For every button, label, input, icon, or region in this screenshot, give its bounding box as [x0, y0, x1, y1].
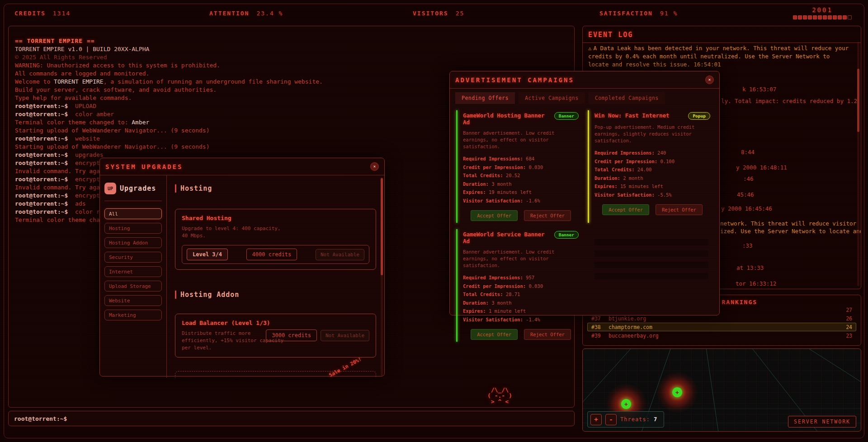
year-progress-pips	[793, 15, 852, 19]
category-button-all[interactable]: All	[104, 208, 162, 219]
terminal-text: Build your server, crack software, and a…	[15, 86, 217, 93]
ad-type-badge: Popup	[688, 112, 710, 120]
reject-offer-button[interactable]: Reject Offer	[524, 210, 571, 221]
ad-stats: Required Impressions: 684Credit per Impr…	[463, 155, 579, 205]
upgrades-sidebar-header: UP Upgrades	[104, 180, 162, 201]
scrollbar-thumb[interactable]	[381, 178, 383, 275]
event-log-scrollbar[interactable]	[857, 42, 859, 286]
zoom-out-button[interactable]: -	[605, 414, 617, 425]
tab-active-campaigns[interactable]: Active Campaigns	[519, 92, 585, 104]
terminal-command: ads	[68, 200, 85, 207]
terminal-command: website	[68, 135, 99, 142]
category-button-hosting[interactable]: Hosting	[104, 223, 162, 234]
accept-offer-button[interactable]: Accept Offer	[471, 329, 518, 340]
terminal-prompt: root@torrent:~$	[15, 103, 68, 109]
ad-stat-line: Duration: 3 month	[463, 180, 579, 188]
ad-stat-line: Required Impressions: 240	[594, 149, 710, 157]
event-entry: network. This threat will reduce visitor	[720, 220, 856, 227]
terminal-command: upgrades	[68, 151, 103, 158]
upgrades-content: HostingShared HostingUpgrade to level 4:…	[167, 175, 384, 378]
zoom-in-button[interactable]: +	[590, 414, 602, 425]
accept-offer-button[interactable]: Accept Offer	[471, 210, 518, 221]
terminal-text: All commands are logged and monitored.	[15, 70, 149, 77]
terminal-prompt: root@torrent:~$	[15, 176, 68, 183]
upgrade-purchase-row: Level 3/44000 creditsNot Available	[182, 245, 369, 264]
satisfaction-metric: SATISFACTION91 %	[599, 10, 678, 17]
terminal-text: TORRENT EMPIRE	[54, 78, 104, 85]
terminal-text: © 2025 All Rights Reserved	[15, 54, 107, 61]
accept-offer-button[interactable]: Accept Offer	[602, 204, 649, 215]
close-icon[interactable]: ✕	[370, 162, 379, 171]
section-heading-label: Hosting	[180, 184, 212, 193]
ad-stat-line: Visitor Satisfaction: -5.5%	[594, 191, 710, 199]
visitors-label: VISITORS	[413, 10, 448, 17]
ad-stat-line: Required Impressions: 957	[463, 273, 579, 282]
ghost-row	[594, 250, 708, 257]
progress-pip	[838, 15, 842, 19]
ads-card-grid: GameWorld Hosting Banner AdBannerBanner …	[450, 104, 719, 342]
reject-offer-button[interactable]: Reject Offer	[656, 204, 703, 215]
terminal-prompt: root@torrent:~$	[15, 208, 68, 215]
attention-value: 23.4 %	[256, 10, 283, 17]
game-root: CREDITS1314 ATTENTION23.4 % VISITORS25 S…	[0, 0, 868, 442]
upgrade-cost: 4000 credits	[246, 249, 297, 260]
terminal-text: Type help for available commands.	[15, 94, 132, 101]
category-button-hosting-addon[interactable]: Hosting Addon	[104, 237, 162, 248]
ad-stat-line: Duration: 2 month	[594, 174, 710, 183]
ad-card-header: GameWorld Service Banner AdBanner	[463, 231, 579, 245]
terminal-text: TORRENT EMPIRE v1.0 | BUILD 20XX-ALPHA	[15, 46, 149, 52]
ad-stat-value: 3 month	[491, 181, 511, 187]
ad-stats: Required Impressions: 957Credit per Impr…	[463, 273, 579, 324]
ad-stat-value: 1 minute left	[489, 308, 526, 314]
terminal-line: WARNING: Unauthorized access to this sys…	[15, 61, 574, 70]
upgrade-name: Load Balancer (Level 1/3)	[182, 320, 369, 326]
section-heading: Hosting Addon	[175, 291, 376, 299]
category-button-website[interactable]: Website	[104, 295, 162, 306]
category-button-upload-storage[interactable]: Upload Storage	[104, 281, 162, 292]
ad-card-header: GameWorld Hosting Banner AdBanner	[463, 112, 579, 126]
ad-card-actions: Accept OfferReject Offer	[463, 329, 579, 340]
event-entry: at 13:33	[736, 264, 764, 271]
progress-pip	[803, 15, 807, 19]
ad-name: GameWorld Service Banner Ad	[463, 231, 549, 245]
ad-stat-line: Expires: 1 minute left	[463, 307, 579, 315]
scrollbar-thumb[interactable]	[857, 69, 859, 132]
ad-stat-value: 957	[526, 275, 534, 280]
tab-completed-campaigns[interactable]: Completed Campaigns	[589, 92, 665, 104]
ad-stats: Required Impressions: 240Credit per Impr…	[594, 149, 710, 199]
event-entry: k 16:53:07	[742, 86, 776, 93]
ad-stat-label: Expires:	[463, 189, 489, 195]
ad-stat-value: 0.030	[528, 283, 543, 289]
ad-stat-label: Expires:	[463, 308, 489, 314]
ad-stat-label: Required Impressions:	[463, 275, 526, 280]
category-button-marketing[interactable]: Marketing	[104, 310, 162, 320]
terminal-line: © 2025 All Rights Reserved	[15, 53, 574, 61]
category-button-security[interactable]: Security	[104, 252, 162, 263]
ad-type-badge: Banner	[554, 112, 579, 120]
map-controls: + - Threats: 7	[587, 411, 664, 428]
not-available-button[interactable]: Not Available	[316, 249, 364, 260]
server-network-label: SERVER NETWORK	[788, 416, 856, 428]
terminal-command: UPLOAD	[68, 103, 96, 109]
category-button-internet[interactable]: Internet	[104, 266, 162, 277]
ads-modal-title: ADVERTISEMENT CAMPAIGNS	[455, 76, 574, 84]
progress-pip	[833, 15, 837, 19]
reject-offer-button[interactable]: Reject Offer	[524, 329, 571, 340]
ad-stat-value: 20.52	[506, 173, 520, 178]
tab-pending-offers[interactable]: Pending Offers	[455, 92, 515, 104]
upgrades-scrollbar[interactable]	[381, 177, 383, 376]
ad-stat-value: 15 minutes left	[620, 183, 663, 189]
command-input[interactable]: root@torrent:~$	[8, 411, 575, 426]
threat-blob[interactable]: +	[656, 371, 698, 413]
progress-pip	[808, 15, 812, 19]
upgrade-level-badge: Level 3/4	[187, 249, 228, 260]
ad-stat-label: Visitor Satisfaction:	[463, 317, 526, 322]
ad-stat-label: Duration:	[594, 175, 623, 181]
terminal-prompt: root@torrent:~$	[15, 135, 68, 142]
close-icon[interactable]: ✕	[705, 75, 714, 84]
not-available-button[interactable]: Not Available	[321, 330, 369, 341]
ad-stat-label: Credit per Impression:	[463, 165, 528, 170]
server-network-map[interactable]: + + + - Threats: 7 SERVER NETWORK	[582, 348, 861, 432]
ad-stat-label: Visitor Satisfaction:	[594, 192, 657, 197]
ad-stat-value: 240	[657, 150, 666, 155]
